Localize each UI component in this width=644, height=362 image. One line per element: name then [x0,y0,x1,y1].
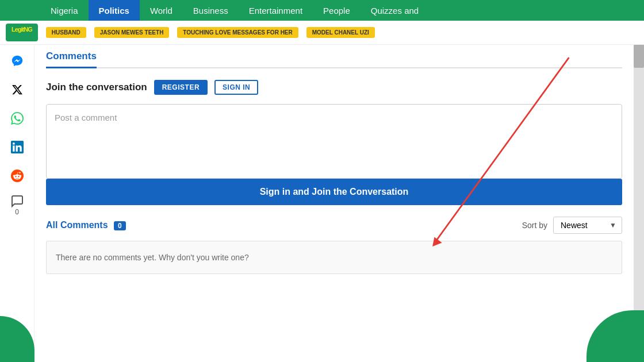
all-comments-label: All Comments [46,220,108,230]
nav-item-politics[interactable]: Politics [89,0,140,21]
decorative-blob-left [0,316,34,362]
twitter-x-icon[interactable] [7,79,28,100]
comment-icon-count[interactable]: 0 [10,194,24,216]
trending-tag-husband[interactable]: HUSBAND [46,27,86,38]
nav-item-people[interactable]: People [313,0,361,21]
all-comments-row: All Comments 0 Sort by Newest Oldest Mos… [46,217,622,234]
social-sidebar: 0 [0,45,34,362]
nav-items: Nigeria Politics World Business Entertai… [40,0,429,21]
trending-tag-jason[interactable]: JASON MEWES TEETH [94,27,170,38]
comment-placeholder: Post a comment [55,113,117,122]
no-comments-box: There are no comments yet. Why don't you… [46,241,622,274]
site-logo[interactable]: LegitNG [6,24,38,41]
nav-item-world[interactable]: World [140,0,183,21]
scrollbar-thumb[interactable] [634,45,644,68]
sort-select[interactable]: Newest Oldest Most Liked [553,217,622,234]
trending-tag-love[interactable]: TOUCHING LOVE MESSAGES FOR HER [177,27,298,38]
sign-in-join-button[interactable]: Sign in and Join the Conversation [46,179,622,205]
comments-tab[interactable]: Comments [46,45,622,68]
no-comments-text: There are no comments yet. Why don't you… [56,253,249,262]
join-row: Join the conversation REGISTER SIGN IN [46,80,622,95]
signin-button[interactable]: SIGN IN [214,80,258,95]
reddit-icon[interactable] [7,165,28,186]
nav-item-business[interactable]: Business [183,0,239,21]
trending-tag-model[interactable]: MODEL CHANEL UZI [306,27,375,38]
sort-label: Sort by [522,221,547,230]
nav-item-entertainment[interactable]: Entertainment [239,0,313,21]
sort-row: Sort by Newest Oldest Most Liked ▼ [522,217,622,234]
join-text: Join the conversation [46,82,147,93]
comment-input[interactable]: Post a comment [46,104,622,179]
whatsapp-icon[interactable] [7,108,28,129]
register-button[interactable]: REGISTER [154,80,208,95]
content-area: Comments Join the conversation REGISTER … [34,45,634,362]
tab-label-comments: Comments [46,51,97,68]
linkedin-icon[interactable] [7,137,28,157]
logo-sup: NG [24,26,32,33]
top-nav: Nigeria Politics World Business Entertai… [0,0,644,21]
messenger-icon[interactable] [7,51,28,71]
main-container: 0 Comments Join the conversation REGISTE… [0,45,644,362]
logo-bar: LegitNG HUSBAND JASON MEWES TEETH TOUCHI… [0,21,644,45]
comment-count-badge: 0 [114,221,126,230]
comment-count: 0 [15,208,19,216]
nav-item-nigeria[interactable]: Nigeria [40,0,89,21]
nav-item-quizzes[interactable]: Quizzes and [361,0,429,21]
all-comments-section: All Comments 0 [46,220,126,230]
sort-wrapper: Newest Oldest Most Liked ▼ [553,217,622,234]
